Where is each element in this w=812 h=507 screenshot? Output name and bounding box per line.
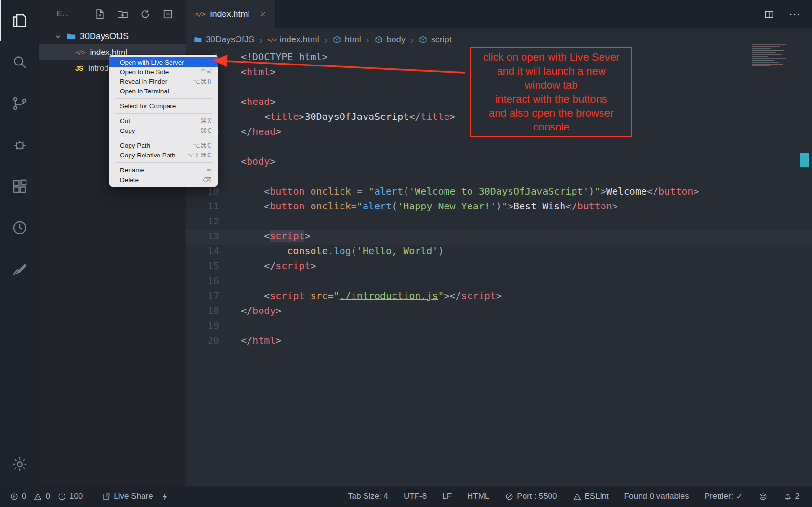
menu-item-shortcut: ⌥⌘R [193, 78, 212, 85]
split-editor-icon[interactable] [764, 9, 774, 20]
annotation-line: interact with the buttons [472, 92, 630, 106]
code-line[interactable]: 17 <script src="./introduction.js"></scr… [186, 290, 812, 305]
menu-item-open-with-live-server[interactable]: Open with Live Server [109, 57, 218, 67]
breadcrumb-label: html [345, 35, 361, 45]
breadcrumb-file[interactable]: </> index.html [267, 35, 319, 45]
breadcrumb-symbol-body[interactable]: body [374, 35, 406, 45]
menu-item-delete[interactable]: Delete⌫ [109, 175, 218, 184]
activity-item-history[interactable] [0, 207, 39, 248]
tab-bar: </> index.html ⋯ [186, 0, 812, 28]
status-feedback[interactable] [759, 492, 768, 501]
menu-item-shortcut: ⌥⇧⌘C [187, 151, 212, 159]
new-folder-icon[interactable] [117, 8, 129, 20]
activity-item-extensions[interactable] [0, 166, 39, 207]
line-number: 11 [186, 200, 219, 215]
menu-item-shortcut: ⏎ [206, 166, 212, 174]
code-line[interactable]: 8<body> [186, 156, 812, 170]
line-number: 12 [186, 215, 219, 230]
code-line[interactable]: 19 [186, 320, 812, 335]
tab-title: index.html [210, 9, 249, 19]
symbol-cube-icon [419, 35, 428, 44]
status-language[interactable]: HTML [467, 492, 489, 501]
annotation-line: console [472, 120, 630, 134]
menu-item-open-to-the-side[interactable]: Open to the Side^⏎ [109, 67, 218, 77]
status-encoding[interactable]: UTF-8 [404, 492, 427, 501]
breadcrumb-separator-icon [366, 34, 369, 46]
eol-label: LF [442, 492, 452, 501]
live-share-icon [102, 492, 111, 501]
code-line[interactable]: 11 <button onclick="alert('Happy New Yea… [186, 200, 812, 215]
debug-icon [11, 136, 28, 154]
info-count: 100 [69, 492, 83, 501]
minimap-line [752, 62, 779, 63]
menu-item-open-in-terminal[interactable]: Open in Terminal [109, 86, 218, 96]
code-line[interactable]: 20</html> [186, 335, 812, 350]
code-line[interactable]: 18</body> [186, 305, 812, 320]
status-info[interactable]: 100 [57, 492, 83, 501]
menu-item-reveal-in-finder[interactable]: Reveal in Finder⌥⌘R [109, 77, 218, 86]
tree-folder-30daysofjs[interactable]: 30DaysOfJS [39, 28, 186, 44]
status-tab-size[interactable]: Tab Size: 4 [348, 492, 388, 501]
menu-item-copy-path[interactable]: Copy Path⌥⌘C [109, 141, 218, 150]
code-line[interactable]: 12 [186, 215, 812, 230]
minimap-line [752, 54, 782, 55]
breadcrumb-label: 30DaysOfJS [206, 35, 254, 45]
code-line[interactable]: 16 [186, 275, 812, 290]
status-live-share[interactable]: Live Share [102, 492, 153, 501]
more-actions-icon[interactable]: ⋯ [789, 9, 800, 20]
status-variables[interactable]: Found 0 variables [624, 492, 689, 501]
eslint-label: ESLint [585, 492, 609, 501]
explorer-actions [94, 8, 174, 20]
status-port[interactable]: Port : 5500 [505, 492, 557, 501]
activity-item-settings[interactable] [0, 446, 39, 482]
menu-item-label: Open to the Side [120, 68, 169, 76]
status-errors[interactable]: 0 [10, 492, 26, 501]
code-line[interactable]: 13 <script> [186, 230, 812, 245]
breadcrumb-folder[interactable]: 30DaysOfJS [193, 35, 254, 45]
status-prettier[interactable]: Prettier: ✓ [705, 492, 743, 501]
activity-item-explorer[interactable] [0, 0, 39, 41]
activity-item-search[interactable] [0, 41, 39, 83]
menu-item-copy-relative-path[interactable]: Copy Relative Path⌥⇧⌘C [109, 150, 218, 160]
breadcrumb-symbol-html[interactable]: html [332, 35, 361, 45]
menu-item-rename[interactable]: Rename⏎ [109, 165, 218, 175]
breadcrumb-symbol-script[interactable]: script [419, 35, 452, 45]
activity-item-live-pen[interactable] [0, 248, 39, 290]
status-bar: 0 0 100 Live Share Tab Size: 4 UTF-8 LF … [0, 486, 812, 507]
annotation-line: and it will launch a new [472, 64, 630, 78]
activity-item-source-control[interactable] [0, 83, 39, 124]
collapse-all-icon[interactable] [162, 8, 174, 20]
status-eslint[interactable]: ESLint [573, 492, 609, 501]
menu-separator [115, 162, 212, 163]
lightning-icon [160, 492, 170, 501]
status-lightning[interactable] [160, 492, 170, 501]
code-line[interactable]: 9 [186, 170, 812, 185]
minimap-line [752, 52, 776, 53]
menu-item-label: Open with Live Server [120, 59, 184, 66]
code-line[interactable]: 15 </script> [186, 260, 812, 275]
vscode-window: E... 30DaysOfJS </> index.html JS introd… [0, 0, 812, 507]
tab-index-html[interactable]: </> index.html [186, 0, 275, 28]
code-line[interactable]: 7 [186, 141, 812, 156]
files-icon [11, 12, 28, 29]
minimap[interactable] [752, 44, 798, 67]
menu-item-copy[interactable]: Copy⌘C [109, 126, 218, 135]
menu-item-label: Delete [120, 176, 139, 183]
new-file-icon[interactable] [94, 8, 106, 20]
explorer-title: E... [57, 10, 68, 18]
warning-triangle-icon [573, 492, 582, 501]
status-warnings[interactable]: 0 [33, 492, 50, 501]
html-file-icon: </> [267, 37, 276, 43]
menu-item-select-for-compare[interactable]: Select for Compare [109, 101, 218, 111]
code-line[interactable]: 14 console.log('Hello, World') [186, 245, 812, 260]
status-eol[interactable]: LF [442, 492, 452, 501]
line-number: 10 [186, 185, 219, 200]
port-label: Port : 5500 [517, 492, 557, 501]
code-line[interactable]: 10 <button onclick = "alert('Welcome to … [186, 185, 812, 200]
refresh-icon[interactable] [139, 8, 151, 20]
menu-item-cut[interactable]: Cut⌘X [109, 116, 218, 126]
status-notifications[interactable]: 2 [783, 492, 799, 501]
tab-close-button[interactable] [259, 11, 266, 18]
activity-item-debug[interactable] [0, 124, 39, 166]
line-number: 18 [186, 305, 219, 320]
